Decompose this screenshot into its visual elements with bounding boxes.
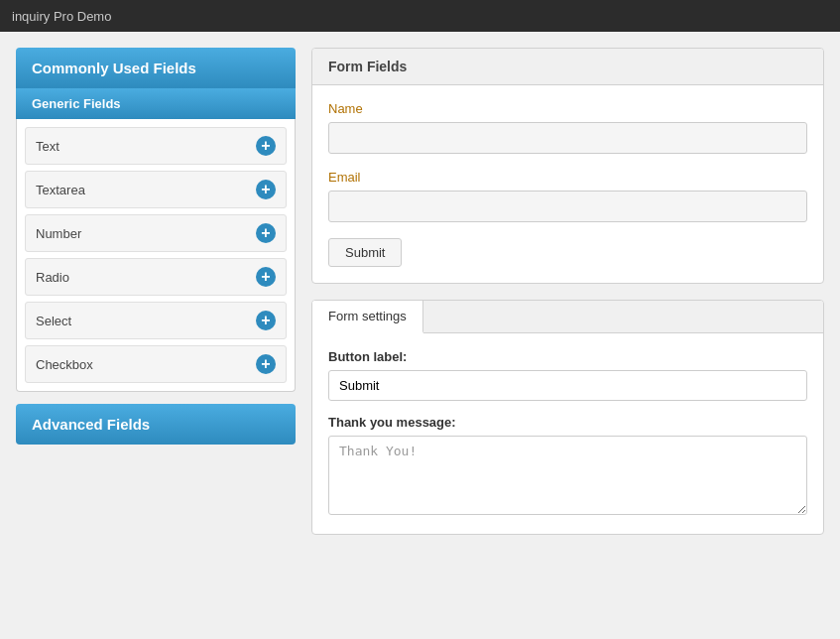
content-area: Form Fields Name Email Submit Form setti… (311, 48, 824, 623)
field-item-label-select: Select (36, 314, 71, 328)
commonly-used-fields-header[interactable]: Commonly Used Fields (16, 48, 296, 88)
name-field-group: Name (328, 101, 807, 154)
add-icon-text[interactable]: + (256, 136, 276, 156)
button-label-input[interactable] (328, 370, 807, 401)
form-fields-panel: Form Fields Name Email Submit (311, 48, 824, 284)
add-icon-radio[interactable]: + (256, 267, 276, 287)
form-fields-panel-header: Form Fields (312, 49, 823, 85)
field-item-label-radio: Radio (36, 270, 69, 285)
field-item-number[interactable]: Number + (25, 214, 287, 252)
thank-you-textarea[interactable]: Thank You! (328, 436, 807, 515)
field-item-select[interactable]: Select + (25, 302, 287, 339)
field-item-label-checkbox: Checkbox (36, 357, 93, 372)
field-item-text[interactable]: Text + (25, 127, 287, 165)
field-item-label-number: Number (36, 226, 81, 241)
settings-body: Button label: Thank you message: Thank Y… (312, 333, 823, 534)
email-field-group: Email (328, 170, 807, 222)
add-icon-checkbox[interactable]: + (256, 354, 276, 374)
button-label-group: Button label: (328, 349, 807, 415)
tab-form-settings[interactable]: Form settings (312, 301, 423, 333)
generic-fields-header: Generic Fields (16, 88, 296, 119)
field-item-checkbox[interactable]: Checkbox + (25, 345, 287, 383)
add-icon-textarea[interactable]: + (256, 180, 276, 199)
name-label: Name (328, 101, 807, 116)
thank-you-heading: Thank you message: (328, 415, 807, 430)
topbar: inquiry Pro Demo (0, 0, 840, 32)
field-item-textarea[interactable]: Textarea + (25, 171, 287, 208)
submit-button[interactable]: Submit (328, 238, 402, 267)
name-input[interactable] (328, 122, 807, 154)
sidebar: Commonly Used Fields Generic Fields Text… (16, 48, 296, 623)
field-item-radio[interactable]: Radio + (25, 258, 287, 296)
field-item-label-textarea: Textarea (36, 183, 85, 197)
generic-fields-container: Text + Textarea + Number + Radio + Selec… (16, 119, 296, 392)
tabs-row: Form settings (312, 301, 823, 333)
thank-you-group: Thank you message: Thank You! (328, 415, 807, 518)
email-input[interactable] (328, 191, 807, 222)
form-settings-panel: Form settings Button label: Thank you me… (311, 300, 824, 535)
email-label: Email (328, 170, 807, 185)
advanced-fields-header[interactable]: Advanced Fields (16, 404, 296, 445)
main-layout: Commonly Used Fields Generic Fields Text… (0, 32, 840, 639)
topbar-title: inquiry Pro Demo (12, 9, 111, 24)
form-fields-panel-body: Name Email Submit (312, 85, 823, 283)
field-item-label-text: Text (36, 139, 60, 154)
add-icon-select[interactable]: + (256, 311, 276, 330)
add-icon-number[interactable]: + (256, 223, 276, 243)
button-label-heading: Button label: (328, 349, 807, 364)
